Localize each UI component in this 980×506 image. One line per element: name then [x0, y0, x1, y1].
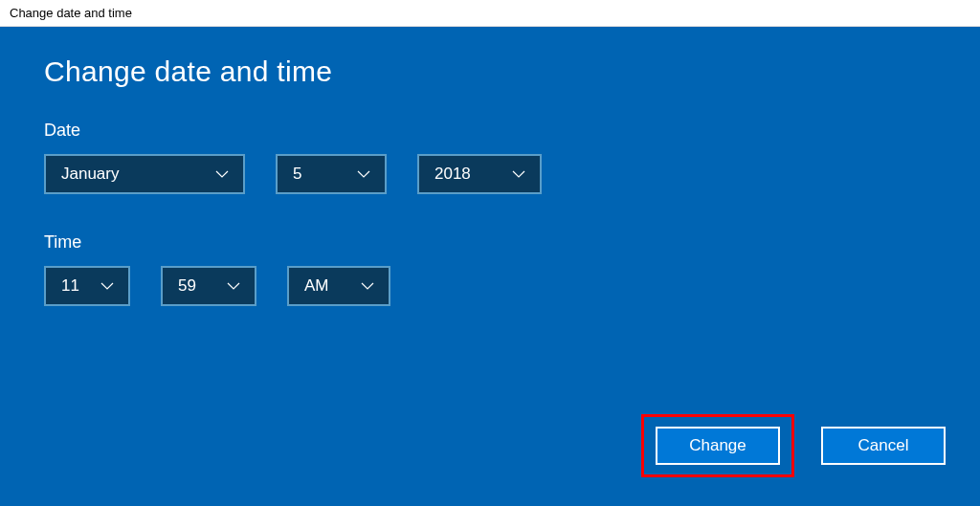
highlight-annotation: Change: [641, 414, 794, 477]
chevron-down-icon: [356, 166, 371, 182]
cancel-button-label: Cancel: [858, 436, 909, 455]
change-button[interactable]: Change: [656, 427, 780, 465]
year-value: 2018: [434, 165, 471, 184]
dialog-button-row: Change Cancel: [641, 414, 946, 477]
chevron-down-icon: [226, 278, 241, 294]
time-section-label: Time: [44, 232, 936, 253]
ampm-dropdown[interactable]: AM: [287, 266, 390, 306]
chevron-down-icon: [511, 166, 526, 182]
day-value: 5: [293, 165, 301, 184]
page-title: Change date and time: [44, 55, 936, 88]
year-dropdown[interactable]: 2018: [417, 154, 542, 194]
dialog-content: Change date and time Date January 5 2018…: [0, 27, 980, 506]
ampm-value: AM: [304, 276, 329, 296]
month-dropdown[interactable]: January: [44, 154, 245, 194]
date-section-label: Date: [44, 121, 936, 141]
hour-value: 11: [61, 276, 79, 296]
cancel-button[interactable]: Cancel: [821, 427, 946, 465]
hour-dropdown[interactable]: 11: [44, 266, 130, 306]
change-button-label: Change: [689, 436, 746, 455]
month-value: January: [61, 165, 119, 184]
day-dropdown[interactable]: 5: [276, 154, 387, 194]
time-row: 11 59 AM: [44, 266, 936, 306]
chevron-down-icon: [360, 278, 375, 294]
minute-value: 59: [178, 276, 196, 296]
minute-dropdown[interactable]: 59: [161, 266, 256, 306]
chevron-down-icon: [100, 278, 115, 294]
date-row: January 5 2018: [44, 154, 936, 194]
chevron-down-icon: [214, 166, 230, 182]
titlebar: Change date and time: [0, 0, 980, 27]
window-title: Change date and time: [10, 6, 132, 20]
